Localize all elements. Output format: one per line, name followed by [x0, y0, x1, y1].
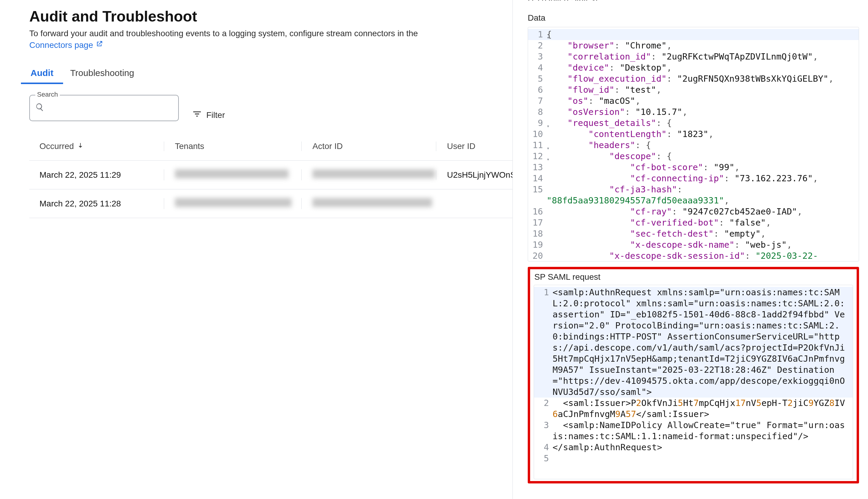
cell-actor: [301, 169, 436, 180]
search-icon: [35, 102, 44, 114]
sort-desc-icon: [77, 142, 84, 151]
sp-saml-request-highlight: SP SAML request 1<samlp:AuthnRequest xml…: [528, 267, 859, 484]
saml-section-label: SP SAML request: [534, 272, 853, 282]
data-section-label: Data: [528, 13, 859, 23]
filter-label: Filter: [206, 110, 225, 120]
table-row[interactable]: March 22, 2025 11:28: [29, 190, 512, 218]
redacted-value: [312, 169, 435, 178]
th-occurred-label: Occurred: [39, 142, 74, 151]
audit-table: Occurred Tenants Actor ID User ID March …: [29, 132, 512, 218]
search-field-wrap: Search: [29, 95, 179, 121]
search-box[interactable]: [29, 95, 179, 121]
th-user[interactable]: User ID: [436, 142, 512, 151]
tab-troubleshooting[interactable]: Troubleshooting: [69, 64, 135, 84]
left-panel: Audit and Troubleshoot To forward your a…: [0, 0, 513, 499]
tabs: Audit Troubleshooting: [29, 64, 512, 85]
external-link-icon: [95, 40, 103, 50]
search-label: Search: [35, 90, 60, 98]
th-tenants-label: Tenants: [175, 142, 204, 151]
page-subtitle: To forward your audit and troubleshootin…: [29, 29, 448, 38]
redacted-value: [175, 198, 292, 207]
cell-tenants: [164, 198, 301, 209]
cell-occurred: March 22, 2025 11:28: [29, 199, 164, 208]
connectors-page-link-label: Connectors page: [29, 40, 93, 50]
cell-occurred: March 22, 2025 11:29: [29, 170, 164, 180]
table-row[interactable]: March 22, 2025 11:29 U2sH5LjnjYWOnShiil: [29, 161, 512, 190]
redacted-value: [175, 169, 288, 178]
th-actor[interactable]: Actor ID: [301, 142, 436, 151]
cell-tenants: [164, 169, 301, 180]
cell-user: U2sH5LjnjYWOnShiil: [436, 170, 512, 180]
filter-icon: [192, 109, 202, 121]
table-header-row: Occurred Tenants Actor ID User ID: [29, 132, 512, 161]
controls-row: Search Filter: [29, 95, 512, 121]
filter-button[interactable]: Filter: [192, 109, 225, 121]
data-json-viewer[interactable]: 1▾{2 "browser": "Chrome",3 "correlation_…: [528, 27, 859, 261]
th-occurred[interactable]: Occurred: [29, 142, 164, 151]
connectors-page-link[interactable]: Connectors page: [29, 40, 103, 50]
th-tenants[interactable]: Tenants: [164, 142, 301, 151]
saml-xml-viewer[interactable]: 1<samlp:AuthnRequest xmlns:samlp="urn:oa…: [534, 285, 853, 479]
search-input[interactable]: [48, 103, 173, 113]
detail-top-fragment: US (United States): [528, 0, 859, 1]
redacted-value: [312, 198, 432, 207]
detail-panel: US (United States) Data 1▾{2 "browser": …: [513, 0, 868, 499]
tab-audit[interactable]: Audit: [29, 64, 55, 84]
th-user-label: User ID: [447, 142, 475, 151]
cell-actor: [301, 198, 436, 209]
th-actor-label: Actor ID: [312, 142, 343, 151]
page-title: Audit and Troubleshoot: [29, 8, 512, 25]
